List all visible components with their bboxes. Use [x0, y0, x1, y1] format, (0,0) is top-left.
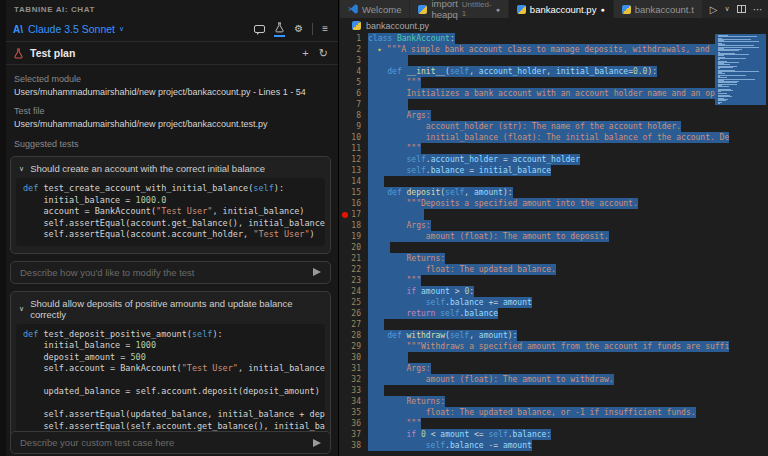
line-number[interactable]: 28 [340, 330, 368, 341]
line-number[interactable]: 22 [340, 264, 368, 275]
line-number[interactable]: 11 [340, 143, 368, 154]
code-line[interactable]: 5 """ [340, 77, 768, 88]
line-number[interactable]: 35 [340, 407, 368, 418]
code-line[interactable]: 28 def withdraw(self, amount): [340, 330, 768, 341]
code-line[interactable]: 30 [340, 352, 768, 363]
line-number[interactable]: 16 [340, 198, 368, 209]
code-line[interactable]: 19 amount (float): The amount to deposit… [340, 231, 768, 242]
line-number[interactable]: 2 [340, 44, 368, 55]
menu-icon[interactable]: ≡ [322, 21, 328, 37]
chat-icon[interactable] [254, 21, 265, 37]
line-number[interactable]: 12 [340, 154, 368, 165]
line-number[interactable]: 18 [340, 220, 368, 231]
test-card-header[interactable]: ∨ Should allow deposits of positive amou… [11, 292, 330, 324]
tab-bankaccount-py[interactable]: bankaccount.py ● [509, 0, 614, 18]
code-line[interactable]: 15 def deposit(self, amount): [340, 187, 768, 198]
code-line[interactable]: 1class BankAccount: [340, 33, 768, 44]
line-number[interactable]: 15 [340, 187, 368, 198]
model-selector[interactable]: Claude 3.5 Sonnet [28, 23, 115, 35]
line-number[interactable]: 8 [340, 110, 368, 121]
line-number[interactable]: 31 [340, 363, 368, 374]
breakpoint-icon[interactable] [342, 212, 348, 218]
line-number[interactable]: 9 [340, 121, 368, 132]
line-number[interactable]: 23 [340, 275, 368, 286]
line-number[interactable]: 38 [340, 440, 368, 451]
dirty-indicator[interactable]: ● [496, 6, 500, 13]
code-line[interactable]: 27 [340, 319, 768, 330]
refresh-button[interactable]: ↻ [319, 47, 328, 60]
code-line[interactable]: 37 if 0 < amount <= self.balance: [340, 429, 768, 440]
chevron-down-icon[interactable]: ∨ [19, 305, 24, 313]
dirty-indicator[interactable]: ● [600, 6, 604, 13]
code-line[interactable]: 16 """Deposits a specified amount into t… [340, 198, 768, 209]
modify-test-input[interactable] [20, 267, 313, 278]
code-line[interactable]: 14 [340, 176, 768, 187]
run-chevron-icon[interactable]: ∨ [725, 5, 730, 13]
line-number[interactable]: 1 [340, 33, 368, 44]
send-icon[interactable] [313, 268, 321, 276]
line-number[interactable]: 30 [340, 352, 368, 363]
code-line[interactable]: 31 Args: [340, 363, 768, 374]
code-line[interactable]: 10 initial_balance (float): The initial … [340, 132, 768, 143]
code-line[interactable]: 20 [340, 242, 768, 253]
code-line[interactable]: 4 def __init__(self, account_holder, ini… [340, 66, 768, 77]
chevron-down-icon[interactable]: ∨ [119, 25, 124, 33]
code-line[interactable]: 32 amount (float): The amount to withdra… [340, 374, 768, 385]
chevron-down-icon[interactable]: ∨ [19, 165, 24, 173]
run-button[interactable]: ▷ [710, 4, 718, 15]
line-number[interactable]: 33 [340, 385, 368, 396]
code-line[interactable]: 11 """ [340, 143, 768, 154]
custom-test-input[interactable] [20, 437, 313, 448]
code-line[interactable]: 24 if amount > 0: [340, 286, 768, 297]
line-number[interactable]: 17 [340, 209, 368, 220]
code-line[interactable]: 25 self.balance += amount [340, 297, 768, 308]
line-number[interactable]: 10 [340, 132, 368, 143]
test-card-header[interactable]: ∨ Should create an account with the corr… [11, 157, 330, 178]
gear-icon[interactable]: ⚙ [294, 21, 303, 37]
line-number[interactable]: 27 [340, 319, 368, 330]
code-editor[interactable]: 1class BankAccount:2✦"""A simple bank ac… [340, 33, 768, 456]
line-number[interactable]: 5 [340, 77, 368, 88]
code-line[interactable]: 9 account_holder (str): The name of the … [340, 121, 768, 132]
more-actions-icon[interactable]: ⋯ [753, 4, 763, 15]
line-number[interactable]: 21 [340, 253, 368, 264]
tab-welcome[interactable]: Welcome [340, 0, 410, 18]
line-number[interactable]: 13 [340, 165, 368, 176]
code-line[interactable]: 6 Initializes a bank account with an acc… [340, 88, 768, 99]
code-line[interactable]: 12 self.account_holder = account_holder [340, 154, 768, 165]
line-number[interactable]: 26 [340, 308, 368, 319]
send-icon[interactable] [313, 439, 321, 447]
tabnine-spark-icon[interactable]: ✦ [368, 45, 387, 54]
line-number[interactable]: 3 [340, 55, 368, 66]
code-line[interactable]: 33 [340, 385, 768, 396]
tab-bankaccount-test[interactable]: bankaccount.t [614, 0, 703, 18]
split-editor-icon[interactable] [737, 5, 746, 13]
line-number[interactable]: 25 [340, 297, 368, 308]
code-line[interactable]: 23 """ [340, 275, 768, 286]
tab-untitled-1[interactable]: import heapq Untitled-1 ● [410, 0, 508, 18]
line-number[interactable]: 36 [340, 418, 368, 429]
minimap[interactable] [715, 34, 766, 456]
line-number[interactable]: 4 [340, 66, 368, 77]
line-number[interactable]: 19 [340, 231, 368, 242]
code-line[interactable]: 17 [340, 209, 768, 220]
code-line[interactable]: 34 Returns: [340, 396, 768, 407]
line-number[interactable]: 32 [340, 374, 368, 385]
code-line[interactable]: 26 return self.balance [340, 308, 768, 319]
line-number[interactable]: 6 [340, 88, 368, 99]
code-line[interactable]: 8 Args: [340, 110, 768, 121]
add-test-button[interactable]: + [302, 47, 308, 60]
code-line[interactable]: 2✦"""A simple bank account class to mana… [340, 44, 768, 55]
code-line[interactable]: 22 float: The updated balance. [340, 264, 768, 275]
code-line[interactable]: 21 Returns: [340, 253, 768, 264]
code-line[interactable]: 36 """ [340, 418, 768, 429]
line-number[interactable]: 37 [340, 429, 368, 440]
code-line[interactable]: 13 self.balance = initial_balance [340, 165, 768, 176]
code-line[interactable]: 7 [340, 99, 768, 110]
line-number[interactable]: 14 [340, 176, 368, 187]
line-number[interactable]: 7 [340, 99, 368, 110]
code-line[interactable]: 18 Args: [340, 220, 768, 231]
line-number[interactable]: 29 [340, 341, 368, 352]
line-number[interactable]: 34 [340, 396, 368, 407]
code-line[interactable]: 29 """Withdraws a specified amount from … [340, 341, 768, 352]
